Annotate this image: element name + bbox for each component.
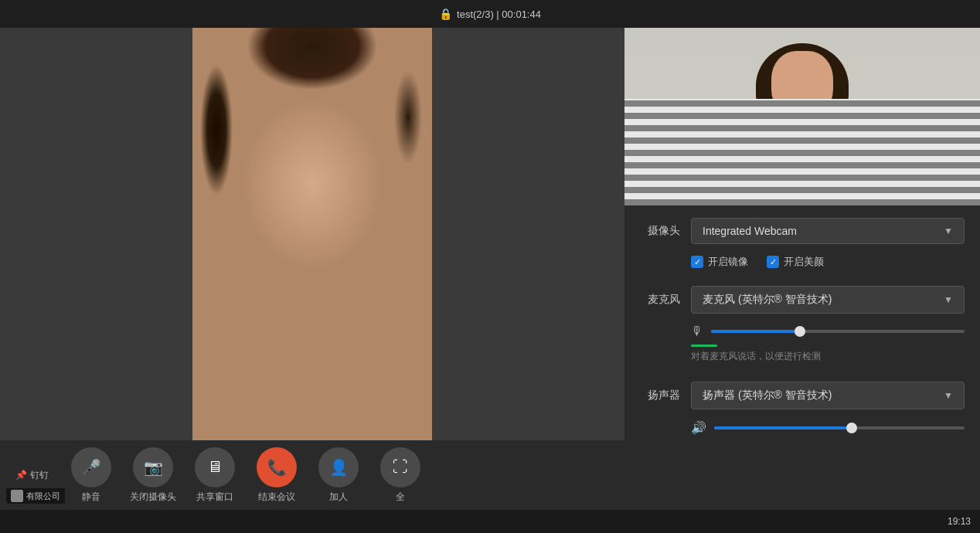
beauty-checkbox-item[interactable]: ✓ 开启美颜 [767, 255, 824, 269]
mic-select-value: 麦克风 (英特尔® 智音技术) [703, 293, 832, 307]
fullscreen-button[interactable]: ⛶ 全 [373, 447, 427, 504]
speaker-select-value: 扬声器 (英特尔® 智音技术) [703, 389, 832, 402]
add-participant-button[interactable]: 👤 加人 [311, 447, 366, 504]
mic-slider-thumb[interactable] [795, 326, 805, 337]
share-icon-bg: 🖥 [195, 447, 235, 487]
call-title: 🔒 test(2/3) | 00:01:44 [439, 8, 541, 20]
camera-setting-row: 摄像头 Integrated Webcam ▼ [640, 218, 965, 244]
add-label: 加人 [329, 491, 348, 504]
bottom-taskbar: 19:13 [0, 510, 980, 533]
camera-button[interactable]: 📷 关闭摄像头 [126, 447, 180, 504]
speaker-select[interactable]: 扬声器 (英特尔® 智音技术) ▼ [691, 382, 965, 409]
camera-icon-bg: 📷 [133, 447, 173, 487]
lock-icon: 🔒 [439, 8, 452, 20]
right-panel: 摄像头 Integrated Webcam ▼ ✓ 开启镜像 ✓ 开启美颜 [624, 28, 980, 510]
pin-label: 钉钉 [30, 469, 49, 482]
full-icon-bg: ⛶ [380, 447, 420, 487]
camera-chevron-icon: ▼ [944, 226, 953, 236]
left-panel: 有限公司 📌 钉钉 🎤 静音 📷 关闭摄像头 🖥 共享窗口 📞 [0, 28, 624, 510]
full-label: 全 [396, 491, 405, 504]
speaker-icon-sm: 🔊 [691, 420, 706, 435]
system-time: 19:13 [948, 516, 971, 527]
camera-checkboxes: ✓ 开启镜像 ✓ 开启美颜 [691, 255, 965, 269]
pin-icon: 📌 [15, 470, 27, 480]
mirror-checkbox-item[interactable]: ✓ 开启镜像 [691, 255, 748, 269]
pin-button[interactable]: 📌 钉钉 [15, 469, 49, 482]
secondary-video [624, 28, 980, 205]
beauty-checkbox-label: 开启美颜 [784, 255, 824, 269]
add-icon-bg: 👤 [318, 447, 359, 487]
mute-button[interactable]: 🎤 静音 [64, 447, 118, 504]
end-call-button[interactable]: 📞 结束会议 [250, 447, 304, 504]
mic-chevron-icon: ▼ [944, 294, 953, 305]
mic-slider-track[interactable] [711, 330, 965, 333]
speaker-slider-row: 🔊 [691, 420, 965, 435]
camera-select[interactable]: Integrated Webcam ▼ [691, 218, 965, 244]
mic-icon-sm: 🎙 [691, 324, 703, 338]
top-bar: 🔒 test(2/3) | 00:01:44 [0, 0, 980, 28]
main-video-feed [192, 28, 432, 440]
main-video-area [0, 28, 624, 440]
share-label: 共享窗口 [196, 491, 233, 504]
video-face [192, 28, 432, 440]
share-button[interactable]: 🖥 共享窗口 [188, 447, 242, 504]
speaker-chevron-icon: ▼ [944, 390, 953, 401]
mic-slider-row: 🎙 [691, 324, 965, 338]
end-label: 结束会议 [258, 491, 295, 504]
camera-select-value: Integrated Webcam [703, 225, 797, 237]
mic-level-bar [691, 345, 717, 347]
main-content: 有限公司 📌 钉钉 🎤 静音 📷 关闭摄像头 🖥 共享窗口 📞 [0, 28, 980, 510]
speaker-setting-row: 扬声器 扬声器 (英特尔® 智音技术) ▼ [640, 382, 965, 409]
mic-select[interactable]: 麦克风 (英特尔® 智音技术) ▼ [691, 286, 965, 314]
end-icon-bg: 📞 [257, 447, 297, 487]
participant-avatar [11, 490, 23, 502]
participant-name: 有限公司 [26, 491, 60, 502]
beauty-checkbox[interactable]: ✓ [767, 256, 779, 268]
mute-label: 静音 [82, 491, 100, 504]
mute-icon-bg: 🎤 [71, 447, 111, 487]
speaker-slider-fill [714, 426, 852, 429]
speaker-setting-label: 扬声器 [640, 389, 680, 402]
mirror-checkbox[interactable]: ✓ [691, 256, 703, 268]
toolbar: 📌 钉钉 🎤 静音 📷 关闭摄像头 🖥 共享窗口 📞 结束会议 👤 [0, 440, 624, 510]
mic-setting-label: 麦克风 [640, 293, 680, 307]
mic-setting-row: 麦克风 麦克风 (英特尔® 智音技术) ▼ [640, 286, 965, 314]
secondary-person-shirt [624, 99, 980, 205]
mic-hint: 对着麦克风说话，以便进行检测 [691, 350, 965, 363]
participant-name-overlay: 有限公司 [6, 488, 65, 504]
settings-panel: 摄像头 Integrated Webcam ▼ ✓ 开启镜像 ✓ 开启美颜 [624, 205, 980, 510]
speaker-slider-track[interactable] [714, 426, 965, 429]
camera-label: 关闭摄像头 [130, 491, 176, 504]
secondary-video-feed [624, 28, 980, 205]
mirror-checkbox-label: 开启镜像 [708, 255, 748, 269]
speaker-slider-thumb[interactable] [846, 423, 857, 433]
mic-slider-fill [711, 330, 800, 333]
camera-setting-label: 摄像头 [640, 224, 680, 238]
call-title-text: test(2/3) | 00:01:44 [457, 8, 541, 20]
